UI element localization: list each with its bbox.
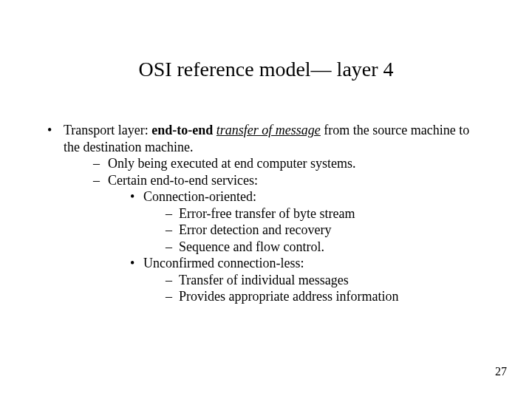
- text-run: Certain end-to-end services:: [108, 173, 258, 188]
- slide-title: OSI reference model— layer 4: [0, 58, 532, 81]
- list-item: Error-free transfer of byte stream: [163, 205, 488, 222]
- list-item: Unconfirmed connection-less: Transfer of…: [127, 255, 488, 305]
- text-run: Connection-oriented:: [143, 189, 256, 204]
- list-item: Provides appropriate address information: [163, 288, 488, 305]
- bullet-list-lvl1: Transport layer: end-to-end transfer of …: [44, 122, 488, 305]
- intro-text: Transport layer: end-to-end transfer of …: [64, 123, 469, 154]
- list-item: Error detection and recovery: [163, 222, 488, 239]
- bullet-list-lvl4: Error-free transfer of byte stream Error…: [163, 205, 488, 256]
- slide: OSI reference model— layer 4 Transport l…: [0, 0, 532, 399]
- bullet-list-lvl3: Connection-oriented: Error-free transfer…: [127, 188, 488, 305]
- bullet-list-lvl4: Transfer of individual messages Provides…: [163, 272, 488, 305]
- text-run: Transport layer:: [64, 123, 151, 137]
- bullet-list-lvl2: Only being executed at end computer syst…: [90, 155, 488, 305]
- page-number: 27: [495, 365, 507, 378]
- text-run-bold: end-to-end: [151, 123, 213, 137]
- list-item: Only being executed at end computer syst…: [90, 155, 488, 172]
- list-item: Connection-oriented: Error-free transfer…: [127, 188, 488, 255]
- list-item: Certain end-to-end services: Connection-…: [90, 172, 488, 305]
- slide-body: Transport layer: end-to-end transfer of …: [44, 122, 488, 305]
- text-run-italic-underline: transfer of message: [216, 123, 321, 137]
- list-item: Transport layer: end-to-end transfer of …: [44, 122, 488, 305]
- list-item: Transfer of individual messages: [163, 272, 488, 289]
- text-run: Unconfirmed connection-less:: [143, 256, 304, 270]
- list-item: Sequence and flow control.: [163, 239, 488, 256]
